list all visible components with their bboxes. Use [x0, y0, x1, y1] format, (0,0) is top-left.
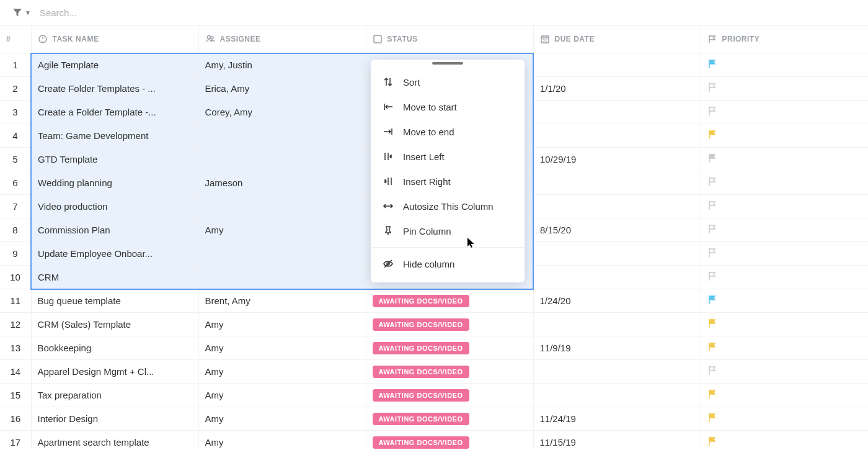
cell-priority[interactable]: [701, 313, 868, 336]
cell-task[interactable]: CRM (Sales) Template: [31, 313, 198, 336]
cell-status[interactable]: AWAITING DOCS/VIDEO: [366, 431, 533, 451]
cell-priority[interactable]: [701, 124, 868, 148]
drag-handle-icon[interactable]: [432, 62, 463, 65]
cell-assignee[interactable]: Amy: [198, 218, 366, 242]
cell-task[interactable]: Update Employee Onboar...: [31, 242, 198, 266]
menu-autosize[interactable]: Autosize This Column: [371, 194, 525, 218]
cell-status[interactable]: AWAITING DOCS/VIDEO: [366, 407, 533, 431]
cell-task[interactable]: Create a Folder Template -...: [31, 101, 198, 124]
header-row-num[interactable]: #: [0, 25, 31, 53]
cell-task[interactable]: GTD Template: [31, 148, 198, 171]
cell-status[interactable]: AWAITING DOCS/VIDEO: [366, 313, 533, 336]
cell-assignee[interactable]: [198, 124, 366, 148]
cell-due[interactable]: [533, 384, 701, 407]
cell-priority[interactable]: [701, 431, 868, 451]
header-priority[interactable]: PRIORITY: [701, 25, 868, 53]
cell-due[interactable]: 8/15/20: [533, 218, 701, 242]
cell-assignee[interactable]: Amy: [198, 431, 366, 451]
cell-priority[interactable]: [701, 218, 868, 242]
search-input[interactable]: [37, 5, 856, 20]
cell-priority[interactable]: [701, 195, 868, 218]
cell-due[interactable]: [533, 313, 701, 336]
table-row[interactable]: 13BookkeepingAmyAWAITING DOCS/VIDEO11/9/…: [0, 336, 868, 360]
cell-status[interactable]: AWAITING DOCS/VIDEO: [366, 336, 533, 360]
cell-due[interactable]: [533, 53, 701, 77]
cell-task[interactable]: Create Folder Templates - ...: [31, 77, 198, 101]
cell-due[interactable]: [533, 124, 701, 148]
table-row[interactable]: 15Tax preparationAmyAWAITING DOCS/VIDEO: [0, 384, 868, 407]
cell-due[interactable]: 11/15/19: [533, 431, 701, 451]
header-due[interactable]: 31 DUE DATE: [533, 25, 701, 53]
table-row[interactable]: 16Interior DesignAmyAWAITING DOCS/VIDEO1…: [0, 407, 868, 431]
cell-task[interactable]: Tax preparation: [31, 384, 198, 407]
cell-due[interactable]: 11/24/19: [533, 407, 701, 431]
cell-assignee[interactable]: Erica, Amy: [198, 77, 366, 101]
cell-priority[interactable]: [701, 148, 868, 171]
cell-task[interactable]: Team: Game Development: [31, 124, 198, 148]
cell-due[interactable]: [533, 195, 701, 218]
cell-due[interactable]: 1/1/20: [533, 77, 701, 101]
menu-move-end[interactable]: Move to end: [371, 119, 525, 144]
cell-due[interactable]: [533, 266, 701, 289]
cell-assignee[interactable]: [198, 148, 366, 171]
cell-task[interactable]: Wedding planning: [31, 171, 198, 195]
table-row[interactable]: 12CRM (Sales) TemplateAmyAWAITING DOCS/V…: [0, 313, 868, 336]
menu-hide[interactable]: Hide column: [371, 251, 525, 276]
cell-task[interactable]: Agile Template: [31, 53, 198, 77]
cell-assignee[interactable]: [198, 195, 366, 218]
header-task[interactable]: TASK NAME: [31, 25, 198, 53]
cell-task[interactable]: Video production: [31, 195, 198, 218]
cell-due[interactable]: [533, 360, 701, 384]
cell-assignee[interactable]: Amy: [198, 360, 366, 384]
cell-due[interactable]: [533, 171, 701, 195]
menu-move-start[interactable]: Move to start: [371, 94, 525, 119]
cell-assignee[interactable]: Amy: [198, 336, 366, 360]
cell-task[interactable]: Bug queue template: [31, 289, 198, 313]
menu-sort[interactable]: Sort: [371, 70, 525, 94]
cell-priority[interactable]: [701, 336, 868, 360]
cell-task[interactable]: Bookkeeping: [31, 336, 198, 360]
header-status[interactable]: STATUS: [366, 25, 533, 53]
cell-priority[interactable]: [701, 407, 868, 431]
cell-due[interactable]: [533, 242, 701, 266]
cell-priority[interactable]: [701, 77, 868, 101]
cell-priority[interactable]: [701, 289, 868, 313]
cell-priority[interactable]: [701, 242, 868, 266]
cell-priority[interactable]: [701, 360, 868, 384]
cell-assignee[interactable]: Brent, Amy: [198, 289, 366, 313]
cell-assignee[interactable]: [198, 266, 366, 289]
cell-priority[interactable]: [701, 266, 868, 289]
cell-task[interactable]: Commission Plan: [31, 218, 198, 242]
table-row[interactable]: 17Apartment search templateAmyAWAITING D…: [0, 431, 868, 451]
cell-assignee[interactable]: [198, 242, 366, 266]
cell-assignee[interactable]: Corey, Amy: [198, 101, 366, 124]
menu-insert-left[interactable]: Insert Left: [371, 144, 525, 169]
cell-priority[interactable]: [701, 384, 868, 407]
cell-status[interactable]: AWAITING DOCS/VIDEO: [366, 360, 533, 384]
cell-status[interactable]: AWAITING DOCS/VIDEO: [366, 289, 533, 313]
cell-due[interactable]: 11/9/19: [533, 336, 701, 360]
cell-assignee[interactable]: Amy, Justin: [198, 53, 366, 77]
cell-assignee[interactable]: Jameson: [198, 171, 366, 195]
cell-status[interactable]: AWAITING DOCS/VIDEO: [366, 384, 533, 407]
cell-task[interactable]: CRM: [31, 266, 198, 289]
table-row[interactable]: 14Apparel Design Mgmt + Cl...AmyAWAITING…: [0, 360, 868, 384]
cell-assignee[interactable]: Amy: [198, 313, 366, 336]
cell-due[interactable]: 1/24/20: [533, 289, 701, 313]
menu-insert-right[interactable]: Insert Right: [371, 169, 525, 194]
row-number: 17: [0, 431, 31, 451]
cell-task[interactable]: Apartment search template: [31, 431, 198, 451]
cell-priority[interactable]: [701, 53, 868, 77]
cell-due[interactable]: [533, 101, 701, 124]
cell-task[interactable]: Interior Design: [31, 407, 198, 431]
cell-priority[interactable]: [701, 171, 868, 195]
cell-assignee[interactable]: Amy: [198, 384, 366, 407]
cell-priority[interactable]: [701, 101, 868, 124]
cell-task[interactable]: Apparel Design Mgmt + Cl...: [31, 360, 198, 384]
filter-button[interactable]: ▼: [12, 7, 31, 17]
table-row[interactable]: 11Bug queue templateBrent, AmyAWAITING D…: [0, 289, 868, 313]
menu-pin[interactable]: Pin Column: [371, 218, 525, 243]
cell-due[interactable]: 10/29/19: [533, 148, 701, 171]
cell-assignee[interactable]: Amy: [198, 407, 366, 431]
header-assignee[interactable]: ASSIGNEE: [198, 25, 366, 53]
